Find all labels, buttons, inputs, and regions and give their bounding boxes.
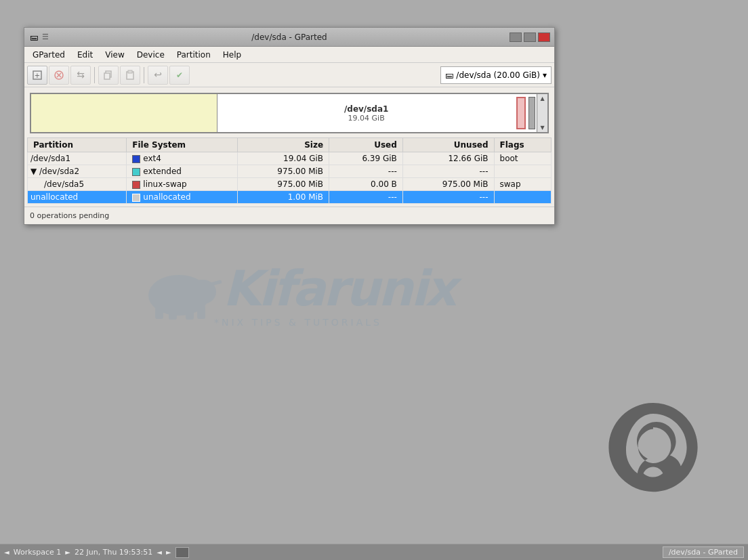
disk-seg-label: /dev/sda1 <box>344 104 389 114</box>
cell-filesystem: linux-swap <box>127 178 238 191</box>
maximize-button[interactable] <box>524 33 536 42</box>
watermark: Kifarunix *NIX TIPS & TUTORIALS <box>34 223 562 359</box>
cell-size: 975.00 MiB <box>238 178 329 191</box>
taskbar-icon[interactable] <box>175 547 189 558</box>
new-button[interactable]: + <box>27 66 47 85</box>
taskbar-datetime: 22 Jun, Thu 19:53:51 <box>75 548 152 557</box>
disk-seg-tiny <box>528 97 535 129</box>
taskbar-nav-next[interactable]: ► <box>166 548 171 556</box>
disk-scroll[interactable]: ▲ ▼ <box>537 94 547 132</box>
col-unused[interactable]: Unused <box>402 138 494 152</box>
partition-table: Partition File System Size Used Unused F… <box>27 137 552 204</box>
device-dropdown-arrow: ▾ <box>543 70 547 80</box>
table-row[interactable]: /dev/sda1ext419.04 GiB6.39 GiB12.66 GiBb… <box>28 152 552 165</box>
device-label: /dev/sda (20.00 GiB) <box>456 70 540 80</box>
app-icon: 🖴 <box>28 32 39 43</box>
desktop: Kifarunix *NIX TIPS & TUTORIALS 🖴 ☰ /dev… <box>0 0 748 560</box>
svg-text:⇆: ⇆ <box>77 70 85 80</box>
toolbar: + ⇆ ↩ ✔ 🖴 /dev/sda ( <box>24 63 554 87</box>
gparted-window: 🖴 ☰ /dev/sda - GParted GParted Edit View… <box>24 27 555 225</box>
window-controls <box>510 33 550 42</box>
cell-flags: boot <box>494 152 551 165</box>
paste-button[interactable] <box>120 66 140 85</box>
cell-size: 19.04 GiB <box>238 152 329 165</box>
menu-edit[interactable]: Edit <box>72 49 98 61</box>
window-menu-icon[interactable]: ☰ <box>42 33 49 41</box>
cell-partition: ▼ /dev/sda2 <box>28 165 127 178</box>
toolbar-separator-2 <box>144 67 144 83</box>
cell-filesystem: extended <box>127 165 238 178</box>
undo-button[interactable]: ↩ <box>148 66 168 85</box>
copy-button[interactable] <box>98 66 119 85</box>
table-header-row: Partition File System Size Used Unused F… <box>28 138 552 152</box>
col-partition[interactable]: Partition <box>28 138 127 152</box>
svg-rect-7 <box>209 280 222 286</box>
statusbar: 0 operations pending <box>24 207 554 224</box>
scroll-down-arrow[interactable]: ▼ <box>540 125 544 131</box>
svg-rect-5 <box>197 305 205 319</box>
svg-rect-2 <box>155 305 163 319</box>
cell-unused: --- <box>402 165 494 178</box>
svg-point-6 <box>201 283 212 291</box>
table-row[interactable]: /dev/sda5linux-swap975.00 MiB0.00 B975.0… <box>28 178 552 191</box>
cell-unused: 975.00 MiB <box>402 178 494 191</box>
col-size[interactable]: Size <box>238 138 329 152</box>
svg-rect-4 <box>186 307 194 320</box>
close-button[interactable] <box>538 33 550 42</box>
cell-unused: 12.66 GiB <box>402 152 494 165</box>
cell-size: 1.00 MiB <box>238 191 329 204</box>
taskbar-left: ◄ Workspace 1 ► 22 Jun, Thu 19:53:51 ◄ ► <box>4 547 189 558</box>
cell-used: --- <box>329 165 403 178</box>
taskbar-window-button[interactable]: /dev/sda - GParted <box>663 546 744 558</box>
cell-used: 0.00 B <box>329 178 403 191</box>
disk-seg-size: 19.04 GiB <box>348 114 385 123</box>
taskbar-nav-prev[interactable]: ◄ <box>157 548 162 556</box>
cell-flags: swap <box>494 178 551 191</box>
svg-text:↩: ↩ <box>154 70 162 80</box>
delete-button[interactable] <box>49 66 69 85</box>
col-used[interactable]: Used <box>329 138 403 152</box>
watermark-subtitle: *NIX TIPS & TUTORIALS <box>214 317 382 328</box>
cell-used: --- <box>329 191 403 204</box>
debian-logo <box>599 397 707 506</box>
apply-button[interactable]: ✔ <box>169 66 190 85</box>
cell-filesystem: unallocated <box>127 191 238 204</box>
taskbar-workspace: Workspace 1 <box>14 548 62 557</box>
titlebar: 🖴 ☰ /dev/sda - GParted <box>24 28 554 47</box>
menu-help[interactable]: Help <box>217 49 247 61</box>
col-filesystem[interactable]: File System <box>127 138 238 152</box>
taskbar-right: /dev/sda - GParted <box>663 546 744 558</box>
cell-flags <box>494 165 551 178</box>
minimize-button[interactable] <box>510 33 522 42</box>
cell-size: 975.00 MiB <box>238 165 329 178</box>
resize-button[interactable]: ⇆ <box>70 66 91 85</box>
disk-seg-unallocated <box>516 97 526 129</box>
cell-partition: /dev/sda5 <box>28 178 127 191</box>
device-selector[interactable]: 🖴 /dev/sda (20.00 GiB) ▾ <box>440 66 552 84</box>
menu-gparted[interactable]: GParted <box>27 49 70 61</box>
taskbar: ◄ Workspace 1 ► 22 Jun, Thu 19:53:51 ◄ ►… <box>0 544 748 560</box>
svg-text:✔: ✔ <box>176 70 183 80</box>
table-row[interactable]: unallocatedunallocated1.00 MiB------ <box>28 191 552 204</box>
menu-device[interactable]: Device <box>131 49 170 61</box>
menu-partition[interactable]: Partition <box>171 49 216 61</box>
disk-seg-sda1: /dev/sda1 19.04 GiB <box>217 94 515 132</box>
cell-flags <box>494 191 551 204</box>
titlebar-left: 🖴 ☰ <box>28 32 49 43</box>
cell-unused: --- <box>402 191 494 204</box>
menubar: GParted Edit View Device Partition Help <box>24 47 554 63</box>
scroll-up-arrow[interactable]: ▲ <box>540 95 544 102</box>
disk-seg-ext4 <box>31 94 217 132</box>
col-flags[interactable]: Flags <box>494 138 551 152</box>
device-icon: 🖴 <box>445 70 453 80</box>
disk-visual: /dev/sda1 19.04 GiB ▲ ▼ <box>30 93 549 133</box>
taskbar-nav-right[interactable]: ► <box>65 548 70 556</box>
status-text: 0 operations pending <box>30 211 109 220</box>
toolbar-separator-1 <box>94 67 95 83</box>
table-row[interactable]: ▼ /dev/sda2extended975.00 MiB------ <box>28 165 552 178</box>
menu-view[interactable]: View <box>100 49 129 61</box>
cell-partition: unallocated <box>28 191 127 204</box>
svg-point-1 <box>189 280 216 304</box>
svg-rect-17 <box>128 70 132 73</box>
taskbar-nav-left[interactable]: ◄ <box>4 548 9 556</box>
